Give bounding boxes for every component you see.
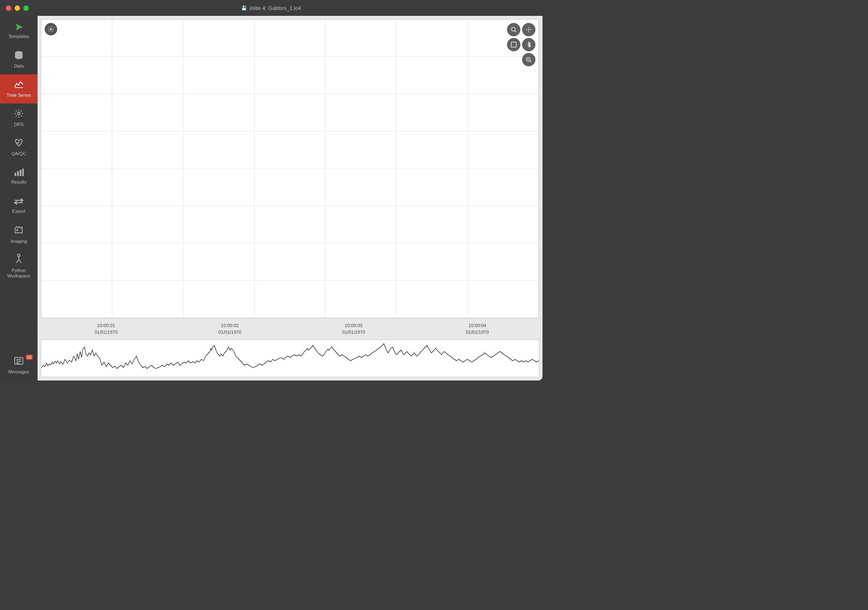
grab-button[interactable] <box>522 38 535 51</box>
titlebar: 💾 iolite 4: Gabbro_1.io4 <box>0 0 542 16</box>
templates-icon: ➤ <box>14 21 23 32</box>
messages-badge: 12 <box>26 355 33 360</box>
time-value-4: 10:00:04 <box>466 323 489 329</box>
sidebar-item-qaqc[interactable]: QA/QC <box>0 133 38 162</box>
main-layout: ➤ Templates Data Tim <box>0 16 542 381</box>
zoom-button[interactable] <box>507 23 520 36</box>
svg-point-18 <box>50 28 52 30</box>
select-button[interactable] <box>507 38 520 51</box>
title-text: iolite 4: Gabbro_1.io4 <box>250 5 301 11</box>
data-label: Data <box>14 63 23 69</box>
window-controls <box>6 5 29 11</box>
svg-line-12 <box>16 260 19 263</box>
time-axis-labels: 10:00:01 01/01/1970 10:00:02 01/01/1970 … <box>44 323 539 335</box>
imaging-icon <box>14 225 24 237</box>
time-value-2: 10:00:02 <box>218 323 241 329</box>
python-workspace-label: Python Workspace <box>3 268 35 279</box>
results-label: Results <box>11 179 27 185</box>
imaging-label: Imaging <box>10 239 27 244</box>
window-title: 💾 iolite 4: Gabbro_1.io4 <box>241 5 301 11</box>
grid-line <box>255 20 326 318</box>
date-value-3: 01/01/1970 <box>342 329 365 335</box>
drs-label: DRS <box>14 122 23 127</box>
python-icon <box>15 254 23 266</box>
time-series-label: Time Series <box>7 93 31 98</box>
qaqc-icon <box>14 138 24 149</box>
svg-rect-22 <box>511 42 516 47</box>
zoom-reset-button[interactable] <box>522 53 535 66</box>
time-label-4: 10:00:04 01/01/1970 <box>466 323 489 335</box>
qaqc-label: QA/QC <box>11 151 26 156</box>
sidebar: ➤ Templates Data Tim <box>0 16 38 381</box>
overview-svg <box>41 340 539 377</box>
svg-point-21 <box>528 29 530 30</box>
main-chart <box>41 19 539 318</box>
export-label: Export <box>12 209 25 214</box>
grid-line <box>184 20 255 318</box>
svg-point-19 <box>512 28 515 31</box>
time-label-3: 10:00:03 01/01/1970 <box>342 323 365 335</box>
time-label-2: 10:00:02 01/01/1970 <box>218 323 241 335</box>
svg-line-24 <box>530 61 532 63</box>
toolbar-row-2 <box>507 38 535 51</box>
toolbar-row-3 <box>507 53 535 66</box>
grid-lines-vertical <box>41 20 539 318</box>
sidebar-item-python-workspace[interactable]: Python Workspace <box>0 250 38 283</box>
pan-button[interactable] <box>522 23 535 36</box>
svg-line-20 <box>515 31 517 33</box>
svg-rect-3 <box>15 173 16 176</box>
svg-rect-4 <box>17 171 19 176</box>
time-value-1: 10:00:01 <box>95 323 118 329</box>
grid-line <box>41 20 112 318</box>
svg-rect-5 <box>20 170 21 176</box>
maximize-button[interactable] <box>23 5 29 11</box>
sidebar-item-imaging[interactable]: Imaging <box>0 220 38 250</box>
svg-line-13 <box>19 260 21 263</box>
grid-line <box>326 20 396 318</box>
time-label-1: 10:00:01 01/01/1970 <box>95 323 118 335</box>
sidebar-item-data[interactable]: Data <box>0 45 38 74</box>
results-icon <box>14 168 24 178</box>
drs-icon <box>14 108 24 120</box>
content-area: 10:00:01 01/01/1970 10:00:02 01/01/1970 … <box>38 16 542 381</box>
chart-toolbar <box>507 23 535 66</box>
messages-icon <box>14 357 24 368</box>
sidebar-item-export[interactable]: Export <box>0 191 38 220</box>
titlebar-icon: 💾 <box>241 5 247 11</box>
time-series-icon <box>14 79 24 91</box>
chart-settings-button[interactable] <box>45 23 57 35</box>
minimize-button[interactable] <box>15 5 20 11</box>
templates-label: Templates <box>8 34 29 39</box>
sidebar-item-templates[interactable]: ➤ Templates <box>0 16 38 45</box>
close-button[interactable] <box>6 5 11 11</box>
grid-line <box>112 20 183 318</box>
svg-point-10 <box>18 254 20 257</box>
sidebar-item-results[interactable]: Results <box>0 162 38 191</box>
time-value-3: 10:00:03 <box>342 323 365 329</box>
sidebar-item-drs[interactable]: DRS <box>0 103 38 133</box>
messages-label: Messages <box>8 369 29 375</box>
sidebar-item-messages[interactable]: 12 Messages <box>0 351 38 381</box>
data-icon <box>14 50 24 62</box>
svg-point-9 <box>17 229 18 231</box>
svg-point-2 <box>18 112 20 115</box>
sidebar-item-time-series[interactable]: Time Series <box>0 74 38 103</box>
toolbar-row-1 <box>507 23 535 36</box>
grid-line <box>396 20 467 318</box>
svg-rect-6 <box>22 169 24 176</box>
time-axis: 10:00:01 01/01/1970 10:00:02 01/01/1970 … <box>41 321 539 337</box>
overview-chart <box>41 340 539 377</box>
export-icon <box>14 197 24 207</box>
date-value-1: 01/01/1970 <box>95 329 118 335</box>
date-value-2: 01/01/1970 <box>218 329 241 335</box>
chart-grid <box>41 20 539 318</box>
date-value-4: 01/01/1970 <box>466 329 489 335</box>
